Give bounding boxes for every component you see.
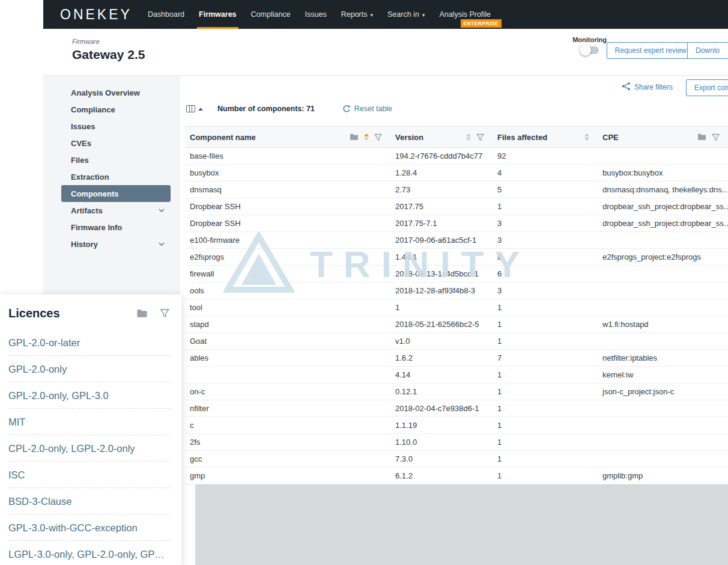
table-row[interactable]: on-c0.12.11json-c_project:json-c xyxy=(185,383,728,400)
chevron-down-icon: ▾ xyxy=(422,12,425,18)
sidebar-item-compliance[interactable]: Compliance xyxy=(61,101,171,118)
licence-item[interactable]: BSD-3-Clause xyxy=(8,488,171,515)
cell-version: 194.2-r7676-cddd7b4c77 xyxy=(390,148,493,164)
cell-cpe: dropbear_ssh_project:dropbear_ss… xyxy=(598,198,728,215)
nav-item-compliance[interactable]: Compliance xyxy=(244,0,298,29)
table-row[interactable]: tool11 xyxy=(185,299,728,316)
licence-item[interactable]: ISC xyxy=(8,462,171,488)
table-row[interactable]: gcc7.3.01 xyxy=(185,451,728,468)
nav-item-issues[interactable]: Issues xyxy=(298,0,334,29)
sidebar-item-history[interactable]: History xyxy=(61,236,171,252)
licence-item[interactable]: GPL-2.0-only xyxy=(8,356,171,382)
monitoring-toggle[interactable] xyxy=(581,46,599,54)
request-expert-review-button[interactable]: Request expert review xyxy=(607,42,695,59)
export-components-button[interactable]: Export comp xyxy=(686,79,728,96)
main-panel: Share filters Export comp Number of comp… xyxy=(180,76,728,565)
chevron-down-icon xyxy=(159,209,165,212)
page-background xyxy=(195,484,728,565)
sort-icon[interactable] xyxy=(584,133,589,141)
folder-icon[interactable] xyxy=(136,309,148,318)
table-row[interactable]: gmp6.1.21gmplib:gmp xyxy=(185,468,728,484)
cell-version: 1.10.0 xyxy=(390,434,493,450)
sidebar-item-analysis-overview[interactable]: Analysis Overview xyxy=(61,84,171,101)
filter-icon[interactable] xyxy=(712,133,720,141)
filter-icon[interactable] xyxy=(476,133,484,141)
column-header-files-affected: Files affected xyxy=(493,127,598,147)
cell-name: firewall xyxy=(185,266,390,282)
cell-files: 1 xyxy=(493,316,598,332)
table-row[interactable]: firewall2018-08-13-1c4d5bcd-16 xyxy=(185,266,728,282)
folder-icon[interactable] xyxy=(697,133,706,141)
table-row[interactable]: c1.1.191 xyxy=(185,417,728,434)
sidebar-item-cves[interactable]: CVEs xyxy=(61,135,171,151)
table-row[interactable]: busybox1.28.44busybox:busybox xyxy=(185,165,728,182)
enterprise-badge: ENTERPRISE xyxy=(461,19,502,28)
sort-icon[interactable] xyxy=(466,133,471,141)
table-row[interactable]: nfilter2018-02-04-c7e938d6-11 xyxy=(185,400,728,417)
download-report-button[interactable]: Downlo xyxy=(687,42,728,59)
sidebar-item-extraction[interactable]: Extraction xyxy=(61,168,171,185)
table-header: Component nameVersionFiles affectedCPE xyxy=(185,126,728,148)
table-row[interactable]: ables1.6.27netfilter:iptables xyxy=(185,350,728,367)
licences-title: Licences xyxy=(8,307,60,320)
cell-name: base-files xyxy=(185,148,390,164)
onekey-logo[interactable]: ONEKEY xyxy=(60,7,132,23)
nav-item-analysis-profile[interactable]: Analysis ProfileENTERPRISE xyxy=(432,0,497,29)
cell-files: 1 xyxy=(493,333,598,349)
cell-files: 3 xyxy=(493,282,598,299)
table-row[interactable]: stapd2018-05-21-62566bc2-51w1.fi:hostapd xyxy=(185,316,728,333)
cell-name xyxy=(185,367,390,383)
cell-name: 2fs xyxy=(185,434,390,450)
nav-item-dashboard[interactable]: Dashboard xyxy=(141,0,192,29)
table-row[interactable]: e100-firmware2017-09-06-a61ac5cf-13 xyxy=(185,232,728,249)
filter-icon[interactable] xyxy=(160,308,169,318)
nav-item-firmwares[interactable]: Firmwares xyxy=(192,0,244,29)
cell-name: e100-firmware xyxy=(185,232,390,248)
reset-table-button[interactable]: Reset table xyxy=(342,105,392,113)
sidebar-item-components[interactable]: Components xyxy=(61,185,171,202)
licence-item[interactable]: GPL-3.0-with-GCC-exception xyxy=(8,515,171,541)
cell-name: Goat xyxy=(185,333,390,349)
monitoring-label: Monitoring xyxy=(572,36,607,43)
filter-icon[interactable] xyxy=(374,133,382,141)
sidebar-item-issues[interactable]: Issues xyxy=(61,118,171,135)
share-filters-link[interactable]: Share filters xyxy=(622,82,673,93)
sidebar-item-firmware-info[interactable]: Firmware Info xyxy=(61,219,171,236)
cell-version: 2018-12-28-af93f4b8-3 xyxy=(390,282,493,299)
cell-version: 2017.75-7.1 xyxy=(390,215,493,231)
table-row[interactable]: Dropbear SSH2017.751dropbear_ssh_project… xyxy=(185,198,728,215)
table-row[interactable]: Dropbear SSH2017.75-7.13dropbear_ssh_pro… xyxy=(185,215,728,232)
sidebar-item-files[interactable]: Files xyxy=(61,151,171,168)
table-row[interactable]: ools2018-12-28-af93f4b8-33 xyxy=(185,282,728,299)
table-row[interactable]: 4.141kernel:iw xyxy=(185,367,728,383)
cell-files: 1 xyxy=(493,367,598,383)
cell-version: 1.1.19 xyxy=(390,417,493,433)
table-row[interactable]: base-files194.2-r7676-cddd7b4c7792 xyxy=(185,148,728,165)
licence-item[interactable]: GPL-2.0-or-later xyxy=(8,329,171,356)
table-row[interactable]: Goatv1.01 xyxy=(185,333,728,350)
table-row[interactable]: 2fs1.10.01 xyxy=(185,434,728,451)
licence-item[interactable]: MIT xyxy=(8,409,171,435)
cell-version: 1.44.1 xyxy=(390,249,493,265)
table-row[interactable]: dnsmasq2.735dnsmasq:dnsmasq, thekelleys:… xyxy=(185,182,728,198)
table-row[interactable]: e2fsprogs1.44.18e2fsprogs_project:e2fspr… xyxy=(185,249,728,266)
column-settings-button[interactable] xyxy=(186,105,203,112)
sidebar-item-artifacts[interactable]: Artifacts xyxy=(61,202,171,219)
main-actions-row: Share filters Export comp xyxy=(180,76,728,100)
licence-item[interactable]: LGPL-3.0-only, GPL-2.0-only, GP… xyxy=(8,541,171,565)
nav-item-search-in[interactable]: Search in▾ xyxy=(380,0,432,29)
cell-version: 0.12.1 xyxy=(390,383,493,400)
column-header-cpe: CPE xyxy=(598,127,728,147)
cell-cpe: dnsmasq:dnsmasq, thekelleys:dns… xyxy=(598,182,728,198)
sort-icon[interactable] xyxy=(364,133,369,141)
cell-name: gmp xyxy=(185,468,390,484)
cell-name: on-c xyxy=(185,383,390,400)
cell-cpe xyxy=(598,282,728,299)
cell-version: 2017.75 xyxy=(390,198,493,215)
licence-item[interactable]: GPL-2.0-only, GPL-3.0 xyxy=(8,382,171,409)
nav-item-reports[interactable]: Reports▾ xyxy=(334,0,380,29)
column-header-component-name: Component name xyxy=(185,127,390,147)
cell-version: 4.14 xyxy=(390,367,493,383)
licence-item[interactable]: CPL-2.0-only, LGPL-2.0-only xyxy=(8,435,171,462)
folder-icon[interactable] xyxy=(350,133,359,141)
